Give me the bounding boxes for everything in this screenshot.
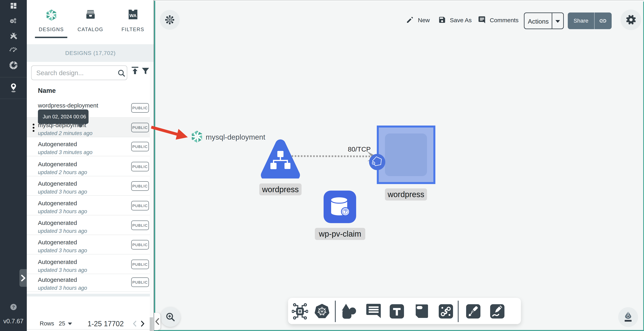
svg-text:?: ?	[12, 305, 15, 310]
svg-text:WA: WA	[130, 13, 136, 18]
